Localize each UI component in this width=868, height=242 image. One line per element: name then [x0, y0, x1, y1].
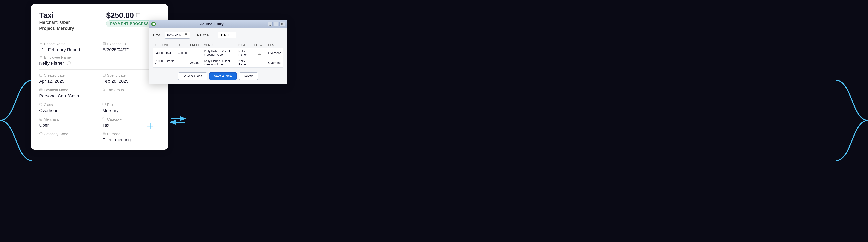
class-label: Class — [44, 103, 53, 107]
employee-name-value: Kelly Fisher — [39, 61, 64, 66]
scene: Taxi Merchant: Uber Project: Mercury $25… — [0, 0, 868, 242]
row2-checkbox[interactable]: ✓ — [258, 61, 261, 64]
created-date-label: Created date — [44, 73, 65, 78]
expense-id-label: Expense ID — [107, 42, 126, 46]
purpose-field: Purpose Client meeting — [102, 132, 160, 142]
svg-rect-8 — [39, 74, 42, 77]
project2-label: Project — [107, 103, 118, 107]
svg-point-29 — [152, 23, 155, 25]
col-debit: DEBIT — [176, 42, 189, 48]
col-billable: BILLA.... — [253, 42, 267, 48]
date-value: 02/28/2025 — [167, 33, 183, 37]
spend-date-label: Spend date — [107, 73, 126, 78]
report-icon — [39, 42, 43, 46]
row1-checkbox[interactable]: ✓ — [258, 51, 261, 55]
svg-rect-16 — [39, 89, 42, 91]
close-button[interactable]: ✕ — [279, 22, 285, 26]
expense-project: Project: Mercury — [39, 26, 74, 31]
save-close-button[interactable]: Save & Close — [178, 72, 207, 80]
row1-billable[interactable]: ✓ — [253, 48, 267, 58]
copy-icon[interactable] — [136, 13, 142, 19]
svg-point-7 — [40, 56, 41, 57]
left-connector-svg — [0, 40, 32, 201]
table-row: 24000 - Taxi 250.00 Kelly Fisher - Clien… — [153, 48, 283, 58]
category-code-label: Category Code — [44, 132, 68, 136]
calendar-icon — [184, 33, 188, 37]
category-code-value: - — [39, 137, 96, 142]
date-label: Date — [153, 33, 160, 37]
dialog-title: Journal Entry — [156, 22, 268, 26]
row1-account: 24000 - Taxi — [153, 48, 176, 58]
table-body: 24000 - Taxi 250.00 Kelly Fisher - Clien… — [153, 48, 283, 68]
employee-name-label: Employee Name — [44, 56, 71, 60]
dialog-date-row: Date 02/28/2025 ENTRY NO. 126.00 — [153, 32, 283, 38]
payment-icon — [39, 88, 42, 93]
category-icon — [102, 117, 106, 122]
details-grid: Created date Apr 12, 2025 Spend date Feb… — [39, 73, 160, 142]
col-account: ACCOUNT — [153, 42, 176, 48]
expense-id-icon — [102, 42, 106, 46]
col-memo: MEMO — [202, 42, 237, 48]
category-code-field: Category Code - — [39, 132, 96, 142]
entry-no-input[interactable]: 126.00 — [218, 32, 236, 38]
entry-no-value: 126.00 — [221, 33, 230, 37]
expense-title: Taxi — [39, 11, 74, 20]
app-icon — [151, 22, 156, 26]
merchant2-value: Uber — [39, 123, 96, 128]
table-row: 31000 - Credit C... 250.00 Kelly Fisher … — [153, 58, 283, 68]
col-credit: CREDIT — [189, 42, 202, 48]
category-label: Category — [107, 117, 122, 122]
expense-merchant: Merchant: Uber — [39, 20, 74, 25]
created-date-value: Apr 12, 2025 — [39, 79, 96, 84]
divider-2 — [39, 69, 160, 70]
journal-table: ACCOUNT DEBIT CREDIT MEMO NAME BILLA....… — [153, 42, 283, 68]
svg-rect-27 — [103, 133, 105, 135]
merchant2-icon — [39, 117, 42, 122]
revert-button[interactable]: Revert — [239, 72, 258, 80]
col-name: NAME — [237, 42, 253, 48]
merchant2-label: Merchant — [44, 117, 59, 122]
employee-name-field: Employee Name Kelly Fisher i — [39, 55, 160, 66]
class-value: Overhead — [39, 108, 96, 113]
category-code-icon — [39, 132, 42, 136]
expense-card-header: Taxi Merchant: Uber Project: Mercury $25… — [39, 11, 160, 34]
project2-icon — [102, 103, 106, 107]
tax-icon — [102, 88, 106, 93]
class-icon — [39, 103, 42, 107]
project2-field: Project Mercury — [102, 103, 160, 113]
purpose-icon — [102, 132, 106, 136]
expense-title-section: Taxi Merchant: Uber Project: Mercury — [39, 11, 74, 34]
svg-rect-30 — [185, 34, 187, 36]
calendar-icon-1 — [39, 73, 42, 78]
svg-rect-5 — [103, 42, 106, 45]
table-header-row: ACCOUNT DEBIT CREDIT MEMO NAME BILLA....… — [153, 42, 283, 48]
report-name-field: Report Name #1 - February Report — [39, 42, 96, 53]
employee-info-icon[interactable]: i — [67, 61, 71, 65]
dialog-body: Date 02/28/2025 ENTRY NO. 126.00 ACCOUNT — [149, 28, 287, 84]
payment-mode-value: Personal Card/Cash — [39, 93, 96, 99]
report-name-label: Report Name — [44, 42, 65, 46]
purpose-value: Client meeting — [102, 137, 160, 142]
svg-rect-12 — [103, 74, 105, 77]
class-field: Class Overhead — [39, 103, 96, 113]
expense-amount-row: $250.00 — [106, 11, 160, 20]
restore-button[interactable]: □ — [274, 22, 278, 26]
row1-memo: Kelly Fisher - Client meeting - Uber — [202, 48, 237, 58]
row1-debit: 250.00 — [176, 48, 189, 58]
plus-sign: + — [147, 119, 154, 133]
col-class: CLASS — [267, 42, 283, 48]
row2-class: Overhead — [267, 58, 283, 68]
minimize-button[interactable]: _ — [268, 22, 273, 26]
row2-billable[interactable]: ✓ — [253, 58, 267, 68]
sync-arrows — [169, 114, 187, 128]
expense-amount: $250.00 — [106, 11, 134, 20]
tax-group-field: Tax Group - — [102, 88, 160, 99]
journal-dialog: Journal Entry _ □ ✕ Date 02/28/2025 ENTR… — [149, 20, 287, 84]
row2-credit: 250.00 — [189, 58, 202, 68]
report-name-value: #1 - February Report — [39, 47, 96, 53]
row2-account: 31000 - Credit C... — [153, 58, 176, 68]
save-new-button[interactable]: Save & New — [209, 72, 237, 80]
row2-memo: Kelly Fisher - Client meeting - Uber — [202, 58, 237, 68]
row2-debit — [176, 58, 189, 68]
date-input[interactable]: 02/28/2025 — [165, 32, 190, 38]
